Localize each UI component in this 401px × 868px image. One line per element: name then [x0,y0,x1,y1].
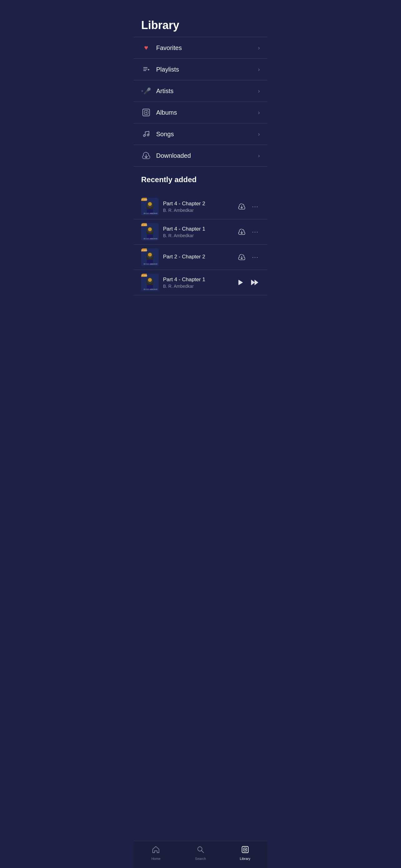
nav-label-library: Library [240,857,250,861]
svg-point-30 [148,253,152,256]
menu-item-artists[interactable]: 🎤 Artists › [134,80,267,102]
track-name: Part 2 - Chapter 2 [163,254,237,260]
menu-item-playlists[interactable]: Playlists › [134,59,267,80]
list-item[interactable]: A SAN DR. B.R. AMBEDKAR Part 4 - Chapter… [134,219,267,245]
svg-line-45 [202,851,204,853]
chevron-icon: › [258,45,260,51]
favorites-icon: ♥ [141,43,151,53]
playlists-label: Playlists [156,66,258,73]
svg-point-7 [143,135,145,136]
recently-added-section: Recently added [134,166,267,194]
menu-item-downloaded[interactable]: Downloaded › [134,145,267,166]
track-name: Part 4 - Chapter 2 [163,200,237,207]
library-menu: ♥ Favorites › Playlists › [134,37,267,166]
nav-label-home: Home [152,857,161,861]
chevron-icon: › [258,66,260,73]
svg-text:DR. B.R. AMBEDKAR: DR. B.R. AMBEDKAR [144,213,158,214]
track-artist: B. R. Ambedkar [163,208,237,213]
list-item[interactable]: A SAN DR. B.R. AMBEDKAR Part 2 - Chapter… [134,245,267,270]
svg-text:DR. B.R. AMBEDKAR: DR. B.R. AMBEDKAR [144,238,158,240]
menu-item-songs[interactable]: Songs › [134,123,267,145]
download-button[interactable] [237,252,246,262]
nav-item-library[interactable]: Library [223,844,267,862]
chevron-icon: › [258,110,260,116]
songs-icon [141,129,151,139]
track-actions: ··· [237,227,260,237]
svg-point-22 [148,227,152,231]
svg-marker-41 [239,280,243,285]
chevron-icon: › [258,131,260,137]
playlists-icon [141,64,151,74]
chevron-icon: › [258,153,260,159]
svg-marker-42 [251,280,255,285]
favorites-label: Favorites [156,44,258,52]
albums-icon [141,107,151,118]
page-title: Library [141,19,260,32]
svg-text:DR. B.R. AMBEDKAR: DR. B.R. AMBEDKAR [144,264,158,265]
downloaded-label: Downloaded [156,152,258,159]
svg-point-38 [148,278,152,282]
track-info: Part 4 - Chapter 2 B. R. Ambedkar [163,200,237,213]
menu-item-albums[interactable]: Albums › [134,102,267,123]
menu-item-favorites[interactable]: ♥ Favorites › [134,37,267,59]
svg-text:DR. B.R. AMBEDKAR: DR. B.R. AMBEDKAR [144,289,158,290]
page-header: Library [134,0,267,37]
page-container: Library ♥ Favorites › Playlists › [134,0,267,320]
nav-item-home[interactable]: Home [134,844,178,862]
track-artist: B. R. Ambedkar [163,284,235,289]
svg-text:A SAN: A SAN [142,199,147,200]
track-actions: ··· [237,252,260,262]
albums-label: Albums [156,109,258,116]
more-options-button[interactable]: ··· [251,227,260,237]
skip-forward-button[interactable] [249,278,260,287]
track-thumbnail: A SAN DR. B.R. AMBEDKAR [141,198,159,215]
play-button[interactable] [235,278,245,287]
bottom-navigation: Home Search Library [134,841,267,868]
track-thumbnail: A SAN DR. B.R. AMBEDKAR [141,274,159,291]
more-options-button[interactable]: ··· [251,253,260,262]
downloaded-icon [141,151,151,161]
track-artist: B. R. Ambedkar [163,233,237,238]
svg-marker-3 [148,69,149,71]
svg-marker-43 [255,280,258,285]
track-thumbnail: A SAN DR. B.R. AMBEDKAR [141,248,159,266]
download-button[interactable] [237,227,246,237]
library-icon [241,845,249,856]
track-thumbnail: A SAN DR. B.R. AMBEDKAR [141,223,159,241]
chevron-icon: › [258,88,260,94]
track-name: Part 4 - Chapter 1 [163,226,237,232]
nav-label-search: Search [195,857,206,861]
svg-text:A SAN: A SAN [142,275,147,277]
list-item[interactable]: A SAN DR. B.R. AMBEDKAR Part 4 - Chapter… [134,270,267,295]
svg-text:A SAN: A SAN [142,249,147,251]
track-info: Part 4 - Chapter 1 B. R. Ambedkar [163,226,237,238]
svg-point-48 [244,849,246,850]
svg-point-14 [148,202,152,206]
track-info: Part 4 - Chapter 1 B. R. Ambedkar [163,277,235,289]
svg-point-8 [147,134,149,136]
artists-label: Artists [156,88,258,95]
search-icon [196,845,205,856]
track-actions: ··· [237,202,260,211]
track-actions [235,278,260,287]
download-button[interactable] [237,202,246,211]
svg-point-6 [145,112,147,113]
track-list: A SAN DR. B.R. AMBEDKAR Part 4 - Chapter… [134,194,267,295]
track-info: Part 2 - Chapter 2 [163,254,237,261]
recently-added-title: Recently added [141,175,260,184]
songs-label: Songs [156,131,258,138]
home-icon [152,845,160,856]
track-name: Part 4 - Chapter 1 [163,277,235,283]
nav-item-search[interactable]: Search [178,844,223,862]
svg-text:A SAN: A SAN [142,224,147,226]
artists-icon: 🎤 [141,86,151,96]
list-item[interactable]: A SAN DR. B.R. AMBEDKAR Part 4 - Chapter… [134,194,267,219]
more-options-button[interactable]: ··· [251,202,260,211]
